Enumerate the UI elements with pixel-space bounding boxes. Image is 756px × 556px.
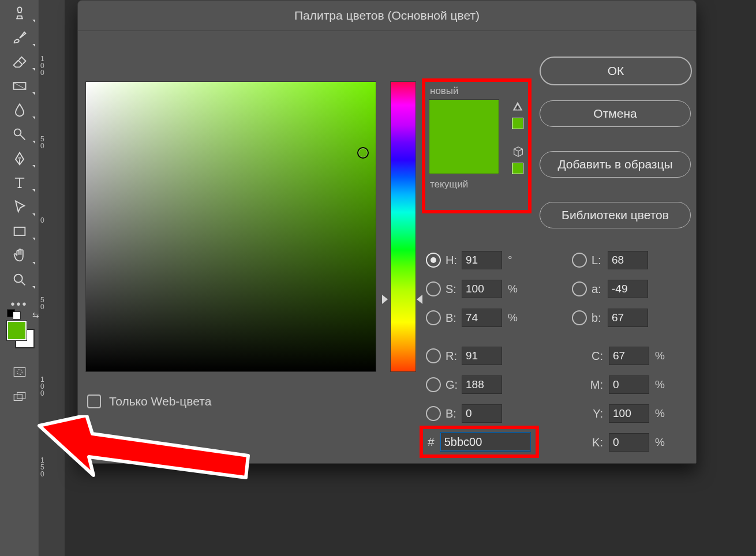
gamut-safe-color[interactable] <box>512 118 523 129</box>
gradient-icon <box>12 78 28 94</box>
eraser-icon <box>12 54 28 70</box>
color-swatches: ⇆ <box>7 318 32 341</box>
foreground-color[interactable] <box>7 321 27 340</box>
new-color-preview[interactable] <box>429 100 499 137</box>
saturation-unit: % <box>508 283 518 295</box>
hue-field[interactable] <box>462 251 502 269</box>
path-select-tool[interactable] <box>9 196 31 218</box>
rectangle-tool[interactable] <box>9 220 31 242</box>
svg-rect-9 <box>517 108 518 110</box>
green-row: G: <box>426 375 502 395</box>
websafe-warning-icon[interactable] <box>512 145 525 158</box>
yellow-field[interactable] <box>609 404 649 423</box>
blue-field[interactable] <box>462 404 502 423</box>
red-field[interactable] <box>462 347 502 365</box>
color-preview-highlight: новый текущий <box>422 78 532 213</box>
quickmask-tool[interactable] <box>9 361 31 383</box>
web-only-checkbox[interactable] <box>87 395 101 408</box>
saturation-value-field[interactable] <box>85 81 376 372</box>
blur-tool[interactable] <box>9 99 31 121</box>
ok-button[interactable]: ОК <box>540 57 692 85</box>
magenta-label: M: <box>586 378 603 392</box>
black-label: K: <box>586 436 603 449</box>
dodge-tool[interactable] <box>9 123 31 145</box>
gamut-warning-icon[interactable] <box>512 100 523 112</box>
eraser-tool[interactable] <box>9 51 31 73</box>
sv-picker-handle[interactable] <box>357 147 369 159</box>
hand-tool[interactable] <box>9 245 31 266</box>
blue-radio[interactable] <box>426 406 441 421</box>
lab-b-label: b: <box>592 311 608 325</box>
l-field[interactable] <box>608 251 648 269</box>
drop-icon <box>12 102 28 118</box>
a-label: a: <box>592 283 608 296</box>
websafe-color[interactable] <box>512 163 523 174</box>
type-tool[interactable] <box>9 172 31 194</box>
cyan-label: C: <box>586 350 603 363</box>
a-radio[interactable] <box>572 281 587 296</box>
saturation-field[interactable] <box>462 280 502 298</box>
yellow-label: Y: <box>586 407 603 420</box>
black-field[interactable] <box>609 433 649 452</box>
brightness-field[interactable] <box>462 309 502 327</box>
red-radio[interactable] <box>426 348 441 363</box>
black-row: K:% <box>586 433 665 452</box>
hex-field[interactable] <box>440 433 530 451</box>
add-swatch-button[interactable]: Добавить в образцы <box>540 151 691 178</box>
hue-slider[interactable] <box>390 81 416 372</box>
svg-rect-4 <box>14 367 25 376</box>
svg-rect-8 <box>517 106 518 108</box>
svg-rect-2 <box>14 227 25 235</box>
zoom-tool[interactable] <box>9 269 31 291</box>
hue-unit: ° <box>508 254 512 266</box>
dialog-title: Палитра цветов (Основной цвет) <box>78 1 696 31</box>
svg-rect-6 <box>14 395 22 401</box>
screenmode-tool[interactable] <box>9 386 31 408</box>
brightness-radio[interactable] <box>426 310 441 325</box>
hex-highlight: # <box>420 426 539 458</box>
green-radio[interactable] <box>426 377 441 392</box>
green-field[interactable] <box>462 375 502 394</box>
magenta-field[interactable] <box>609 375 649 394</box>
green-label: G: <box>446 378 462 392</box>
brush-tool[interactable] <box>9 27 31 48</box>
svg-rect-7 <box>17 392 25 399</box>
quickmask-icon <box>12 365 27 380</box>
hue-indicator-left <box>382 295 388 304</box>
lab-b-radio[interactable] <box>572 310 587 325</box>
brush-icon <box>12 29 28 46</box>
color-picker-dialog: Палитра цветов (Основной цвет) новый тек… <box>77 0 697 464</box>
default-colors-icon[interactable] <box>7 309 21 320</box>
svg-point-1 <box>14 129 21 136</box>
vertical-ruler: 100 50 0 50 100 150 <box>39 0 66 556</box>
current-color-preview[interactable] <box>429 137 499 174</box>
cyan-field[interactable] <box>609 347 649 365</box>
l-radio[interactable] <box>572 253 587 268</box>
saturation-label: S: <box>446 283 462 296</box>
hue-radio[interactable] <box>426 253 441 268</box>
screens-icon <box>12 390 27 405</box>
gradient-tool[interactable] <box>9 75 31 97</box>
svg-point-5 <box>17 370 22 375</box>
cyan-row: C:% <box>586 346 665 366</box>
web-only-row: Только Web-цвета <box>87 395 211 408</box>
cancel-button[interactable]: Отмена <box>540 100 691 127</box>
blue-label: B: <box>446 407 462 420</box>
web-only-label: Только Web-цвета <box>109 395 211 408</box>
color-libraries-button[interactable]: Библиотеки цветов <box>540 202 691 228</box>
stamp-icon <box>12 5 28 21</box>
svg-point-3 <box>14 275 22 283</box>
hue-label: H: <box>446 254 462 267</box>
lab-b-row: b: <box>572 308 648 328</box>
brightness-row: B: % <box>426 308 518 328</box>
stamp-tool[interactable] <box>9 2 31 24</box>
preview-new-label: новый <box>430 85 459 97</box>
pen-tool[interactable] <box>9 148 31 170</box>
hand-icon <box>12 247 28 264</box>
lab-b-field[interactable] <box>608 309 648 327</box>
red-row: R: <box>426 346 502 366</box>
brightness-unit: % <box>508 311 518 324</box>
a-field[interactable] <box>608 280 648 298</box>
saturation-radio[interactable] <box>426 281 441 296</box>
blue-row: B: <box>426 404 502 423</box>
